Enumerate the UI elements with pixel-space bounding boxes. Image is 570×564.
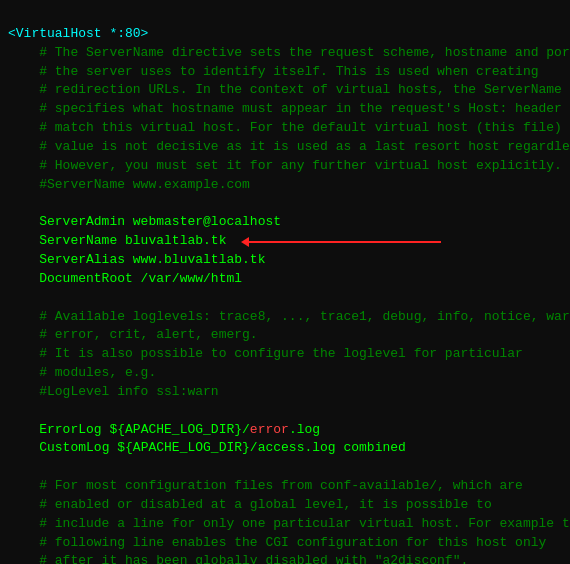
comment-line-6: # value is not decisive as it is used as… xyxy=(8,139,570,154)
server-alias-directive: ServerAlias www.bluvaltlab.tk xyxy=(8,252,265,267)
comment-conf-4: # following line enables the CGI configu… xyxy=(8,535,546,550)
comment-line-3: # redirection URLs. In the context of vi… xyxy=(8,82,562,97)
comment-line-1: # The ServerName directive sets the requ… xyxy=(8,45,570,60)
comment-loglevel-2: # error, crit, alert, emerg. xyxy=(8,327,258,342)
comment-loglevel-3: # It is also possible to configure the l… xyxy=(8,346,523,361)
server-name-line: ServerName bluvaltlab.tk xyxy=(8,232,446,251)
comment-conf-3: # include a line for only one particular… xyxy=(8,516,570,531)
comment-line-7: # However, you must set it for any furth… xyxy=(8,158,562,173)
open-virtual-host-tag: <VirtualHost *:80> xyxy=(8,26,148,41)
comment-loglevel-5: #LogLevel info ssl:warn xyxy=(8,384,219,399)
comment-line-5: # match this virtual host. For the defau… xyxy=(8,120,570,135)
error-log-line: ErrorLog ${APACHE_LOG_DIR}/error.log xyxy=(8,422,320,437)
comment-conf-2: # enabled or disabled at a global level,… xyxy=(8,497,492,512)
red-arrow xyxy=(236,235,446,249)
comment-line-2: # the server uses to identify itself. Th… xyxy=(8,64,539,79)
comment-conf-5: # after it has been globally disabled wi… xyxy=(8,553,468,564)
document-root-directive: DocumentRoot /var/www/html xyxy=(8,271,242,286)
custom-log-line: CustomLog ${APACHE_LOG_DIR}/access.log c… xyxy=(8,440,406,455)
comment-loglevel-4: # modules, e.g. xyxy=(8,365,156,380)
comment-servername-example: #ServerName www.example.com xyxy=(8,177,250,192)
comment-line-4: # specifies what hostname must appear in… xyxy=(8,101,570,116)
comment-conf-1: # For most configuration files from conf… xyxy=(8,478,523,493)
server-name-directive: ServerName bluvaltlab.tk xyxy=(8,232,226,251)
code-editor: <VirtualHost *:80> # The ServerName dire… xyxy=(8,6,562,564)
comment-loglevel-1: # Available loglevels: trace8, ..., trac… xyxy=(8,309,570,324)
server-admin-directive: ServerAdmin webmaster@localhost xyxy=(8,214,281,229)
